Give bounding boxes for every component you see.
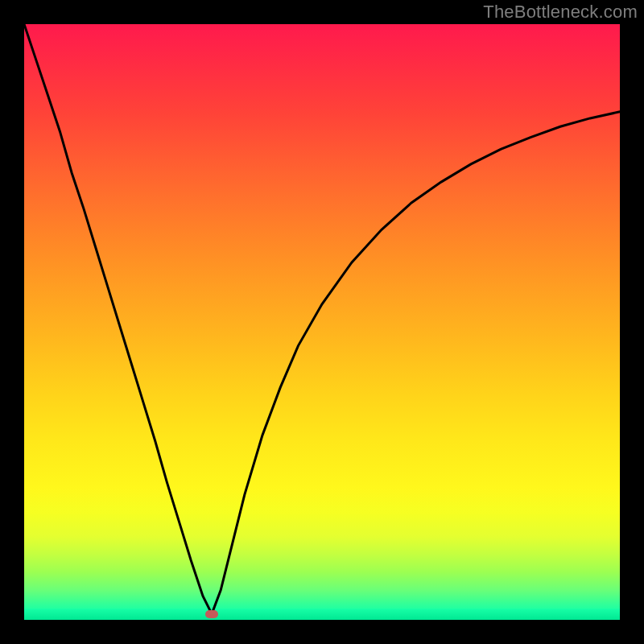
chart-frame: TheBottleneck.com [0, 0, 644, 644]
minimum-marker [205, 610, 218, 618]
curve-right-branch [212, 112, 620, 614]
curve-left-branch [24, 24, 212, 614]
watermark-text: TheBottleneck.com [483, 2, 638, 23]
plot-area [24, 24, 620, 620]
curve-layer [24, 24, 620, 620]
